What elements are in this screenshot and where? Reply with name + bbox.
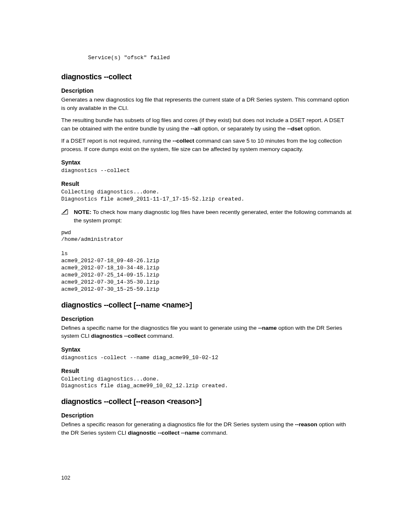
- page-number: 102: [61, 475, 352, 481]
- body-text: The resulting bundle has subsets of log …: [61, 116, 352, 133]
- cmd-diagnostics-collect: diagnostics --collect: [91, 333, 146, 339]
- option-name: --name: [258, 325, 277, 331]
- body-text: Generates a new diagnostics log file tha…: [61, 96, 352, 112]
- section-heading-collect-name: diagnostics --collect [--name <name>]: [61, 301, 352, 310]
- description-heading: Description: [61, 412, 352, 419]
- result-heading: Result: [61, 180, 352, 187]
- text-fragment: option, or separately by using the: [201, 125, 287, 132]
- option-dset: --dset: [287, 125, 303, 132]
- top-code-block: Service(s) "ofsck" failed: [88, 55, 352, 61]
- result-code: Collecting diagnostics...done. Diagnosti…: [61, 376, 352, 390]
- result-heading: Result: [61, 368, 352, 374]
- note-label: NOTE:: [74, 209, 91, 215]
- body-text: Defines a specific name for the diagnost…: [61, 324, 352, 340]
- text-fragment: command.: [200, 430, 228, 436]
- description-heading: Description: [61, 316, 352, 322]
- note-icon: [61, 209, 68, 215]
- text-fragment: option.: [303, 125, 321, 132]
- section-heading-collect-reason: diagnostics --collect [--reason <reason>…: [61, 397, 352, 406]
- body-text: Defines a specific reason for generating…: [61, 420, 352, 437]
- option-all: --all: [190, 125, 200, 132]
- text-fragment: If a DSET report is not required, runnin…: [61, 138, 172, 144]
- option-reason: --reason: [295, 421, 317, 428]
- syntax-code: diagnostics -collect --name diag_acme99_…: [61, 355, 352, 362]
- result-code: Collecting diagnostics...done. Diagnosti…: [61, 189, 352, 203]
- text-fragment: Defines a specific reason for generating…: [61, 421, 295, 428]
- syntax-heading: Syntax: [61, 346, 352, 353]
- text-fragment: command.: [146, 333, 174, 339]
- note-text: NOTE: To check how many diagnostic log f…: [74, 208, 352, 225]
- syntax-heading: Syntax: [61, 159, 352, 166]
- option-collect: --collect: [172, 138, 194, 144]
- section-heading-collect: diagnostics --collect: [61, 73, 352, 81]
- note-block: NOTE: To check how many diagnostic log f…: [61, 208, 352, 225]
- note-body: To check how many diagnostic log files h…: [74, 209, 351, 224]
- text-fragment: Defines a specific name for the diagnost…: [61, 325, 258, 331]
- description-heading: Description: [61, 87, 352, 94]
- ls-code-block: pwd /home/administrator ls acme9_2012-07…: [61, 229, 352, 293]
- body-text: If a DSET report is not required, runnin…: [61, 137, 352, 153]
- syntax-code: diagnostics --collect: [61, 167, 352, 175]
- cmd-diagnostic-collect-name: diagnostic --collect --name: [128, 430, 200, 436]
